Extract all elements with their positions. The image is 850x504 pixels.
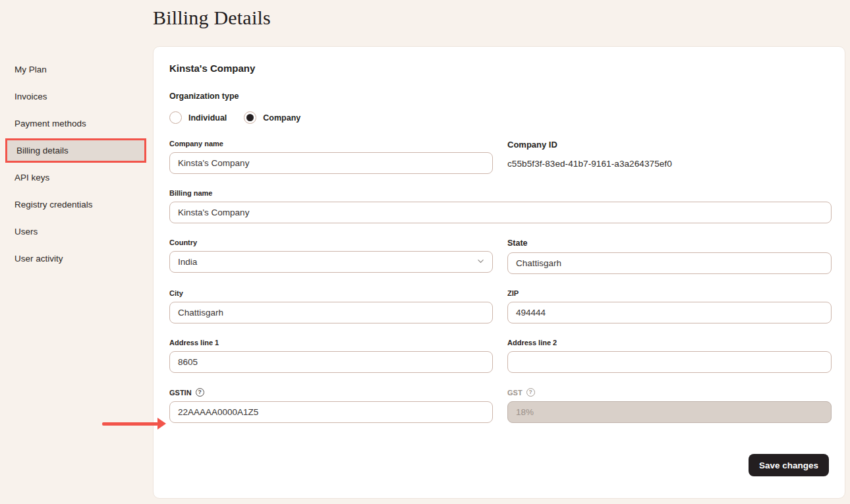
company-id-field: Company ID c55b5f3f-83ed-41b7-9161-a3a26… [507, 140, 832, 174]
radio-company[interactable]: Company [244, 111, 300, 124]
gst-label: GST ? [507, 388, 832, 397]
address-line-1-field: Address line 1 [169, 339, 493, 373]
sidebar-item-user-activity[interactable]: User activity [0, 245, 153, 272]
gst-field: GST ? [507, 388, 832, 423]
country-label: Country [169, 238, 493, 246]
sidebar-item-api-keys[interactable]: API keys [0, 164, 153, 191]
billing-details-card: Kinsta's Company Organization type Indiv… [153, 46, 845, 499]
state-label: State [507, 238, 832, 248]
radio-company-circle[interactable] [244, 111, 256, 124]
radio-individual-label: Individual [188, 113, 227, 123]
billing-name-field: Billing name [169, 189, 832, 223]
zip-label: ZIP [507, 289, 832, 297]
address-line-2-label: Address line 2 [507, 339, 832, 347]
billing-name-label: Billing name [169, 189, 832, 197]
city-label: City [169, 289, 493, 297]
gstin-input[interactable] [169, 401, 493, 423]
country-select[interactable] [169, 251, 493, 273]
address-line-1-label: Address line 1 [169, 339, 493, 347]
city-input[interactable] [169, 302, 493, 323]
organization-type-radio-group: Individual Company [169, 111, 829, 124]
company-id-label: Company ID [507, 140, 832, 150]
gst-help-icon[interactable]: ? [526, 388, 535, 397]
sidebar-item-users[interactable]: Users [0, 218, 153, 245]
radio-company-label: Company [263, 113, 300, 123]
company-id-value: c55b5f3f-83ed-41b7-9161-a3a264375ef0 [507, 159, 832, 169]
gstin-label: GSTIN ? [169, 388, 493, 397]
sidebar-item-payment-methods[interactable]: Payment methods [0, 110, 153, 137]
company-name-label: Company name [169, 140, 493, 148]
save-changes-button[interactable]: Save changes [749, 454, 829, 476]
billing-form: Company name Company ID c55b5f3f-83ed-41… [169, 140, 829, 438]
zip-field: ZIP [507, 289, 832, 323]
gstin-field: GSTIN ? [169, 388, 493, 423]
address-line-1-input[interactable] [169, 351, 493, 373]
company-heading: Kinsta's Company [169, 63, 829, 74]
radio-individual-circle[interactable] [169, 111, 182, 124]
sidebar-item-invoices[interactable]: Invoices [0, 83, 153, 110]
state-input[interactable] [507, 252, 832, 274]
card-footer: Save changes [169, 454, 829, 476]
gst-input [507, 401, 832, 423]
radio-individual[interactable]: Individual [169, 111, 227, 124]
page-title: Billing Details [153, 7, 271, 29]
company-name-input[interactable] [169, 152, 493, 174]
sidebar-item-registry-credentials[interactable]: Registry credentials [0, 191, 153, 218]
zip-input[interactable] [507, 302, 832, 323]
address-line-2-input[interactable] [507, 351, 832, 373]
billing-sidebar: My Plan Invoices Payment methods Billing… [0, 0, 153, 504]
address-line-2-field: Address line 2 [507, 339, 832, 373]
gstin-label-text: GSTIN [169, 389, 192, 397]
company-name-field: Company name [169, 140, 493, 174]
sidebar-item-billing-details[interactable]: Billing details [5, 138, 146, 163]
city-field: City [169, 289, 493, 323]
state-field: State [507, 238, 832, 274]
organization-type-label: Organization type [169, 92, 829, 101]
sidebar-item-my-plan[interactable]: My Plan [0, 56, 153, 83]
gst-label-text: GST [507, 389, 523, 397]
country-field: Country [169, 238, 493, 274]
billing-name-input[interactable] [169, 202, 832, 223]
gstin-help-icon[interactable]: ? [196, 388, 204, 397]
